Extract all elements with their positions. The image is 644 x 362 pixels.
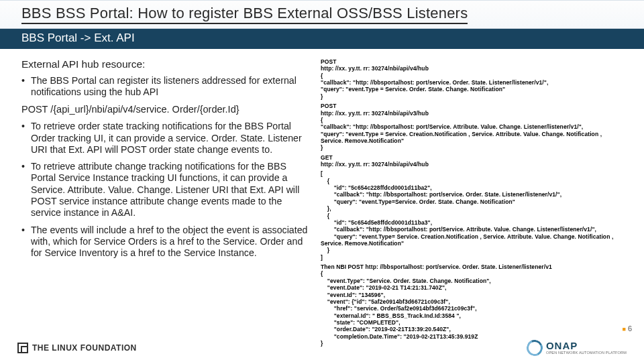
left-heading: External API hub resource: [21,58,311,71]
onap-ring-icon [525,338,545,359]
footer: THE LINUX FOUNDATION ONAP OPEN NETWORK A… [0,338,644,358]
bullet-2: To retrieve order state tracking notific… [21,121,311,156]
slide: BBS BSS Portal: How to register BBS Exte… [0,0,644,362]
code-block-1: POST http: //xx. yy.tt. rr: 30274/nbi/ap… [321,58,632,100]
post-line: POST /{api_url}/nbi/api/v4/service. Orde… [21,104,311,116]
subtitle-bar: BBS Portal -> Ext. API [0,29,644,49]
code-block-4: [ { "id": "5c654c228ffdcd0001d11ba2", "c… [321,170,632,261]
lf-text: THE LINUX FOUNDATION [32,343,137,353]
code-block-3: GET http: //xx. yy.tt. rr: 30274/nbi/api… [321,154,632,168]
bullet-3: To retrieve attribute change tracking no… [21,161,311,219]
onap-subtext: OPEN NETWORK AUTOMATION PLATFORM [546,351,627,355]
code-block-2: POST http: //xx. yy.tt. rr: 30274/nbi/ap… [321,103,632,152]
right-column: POST http: //xx. yy.tt. rr: 30274/nbi/ap… [321,58,632,343]
page-number: 6 [622,324,632,333]
title-bar: BBS BSS Portal: How to register BBS Exte… [0,0,644,29]
lf-icon [17,343,28,353]
left-column: External API hub resource: The BBS Porta… [21,58,311,343]
slide-title: BBS BSS Portal: How to register BBS Exte… [21,5,468,24]
onap-logo: ONAP OPEN NETWORK AUTOMATION PLATFORM [527,340,627,356]
bullet-1: The BBS Portal can register its listener… [21,75,311,99]
linux-foundation-logo: THE LINUX FOUNDATION [17,343,137,353]
bullet-4: The events will include a href to the ob… [21,225,311,259]
code-block-5: Then NBI POST http: //bbsportalhost: por… [321,263,632,347]
onap-text-wrap: ONAP OPEN NETWORK AUTOMATION PLATFORM [546,341,627,355]
body: External API hub resource: The BBS Porta… [0,49,644,343]
onap-text: ONAP [546,341,627,351]
